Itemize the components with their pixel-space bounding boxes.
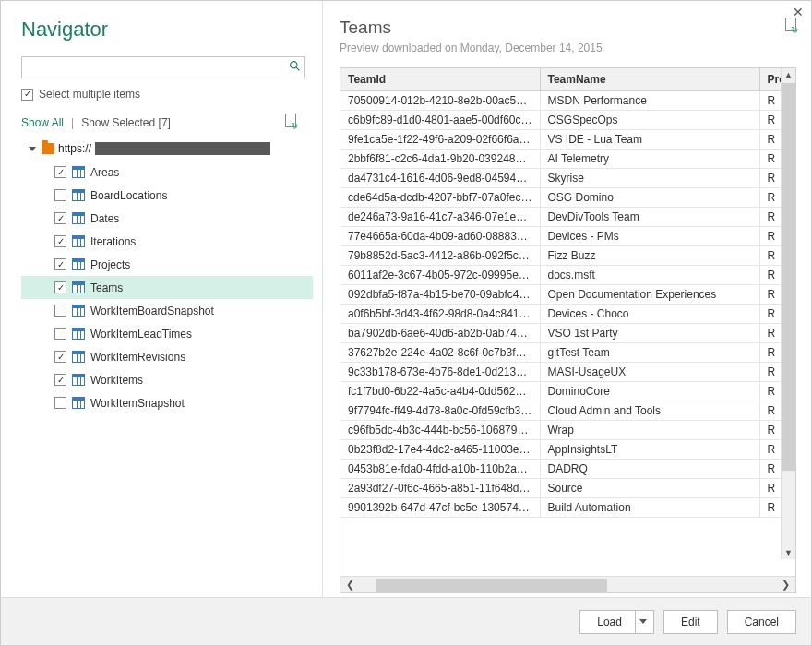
col-teamname[interactable]: TeamName bbox=[540, 68, 759, 91]
tree-item-workitemrevisions[interactable]: ✓WorkItemRevisions bbox=[21, 345, 313, 368]
cell-teamname: gitTest Team bbox=[540, 343, 759, 363]
table-row[interactable]: 0453b81e-fda0-4fdd-a10b-110b2a47bf4bDADR… bbox=[340, 460, 795, 479]
load-button[interactable]: Load bbox=[579, 610, 654, 634]
tree-checkbox[interactable]: ✓ bbox=[54, 258, 66, 270]
table-row[interactable]: 37627b2e-224e-4a02-8c6f-0c7b3fe8e815gitT… bbox=[340, 343, 795, 363]
cell-teamid: 2a93df27-0f6c-4665-a851-11f648dbbdf1 bbox=[340, 479, 540, 498]
table-row[interactable]: 79b8852d-5ac3-4412-a86b-092f5c15b0d6Fizz… bbox=[340, 246, 795, 266]
table-row[interactable]: a0f6b5bf-3d43-4f62-98d8-0a4c841c7fbaDevi… bbox=[340, 305, 795, 324]
tree-item-label: WorkItemRevisions bbox=[90, 351, 185, 364]
select-multiple-checkbox[interactable]: ✓ bbox=[21, 89, 33, 101]
col-teamid[interactable]: TeamId bbox=[340, 68, 540, 91]
tree-item-teams[interactable]: ✓Teams bbox=[21, 276, 313, 299]
tree-item-iterations[interactable]: ✓Iterations bbox=[21, 230, 313, 253]
tree-checkbox[interactable] bbox=[54, 305, 66, 317]
cell-teamid: a0f6b5bf-3d43-4f62-98d8-0a4c841c7fba bbox=[340, 305, 540, 324]
scroll-up-icon[interactable]: ▲ bbox=[784, 70, 793, 79]
cell-teamname: VSO 1st Party bbox=[540, 324, 759, 343]
svg-line-1 bbox=[296, 67, 299, 70]
table-row[interactable]: 6011af2e-3c67-4b05-972c-09995eef3c8bdocs… bbox=[340, 266, 795, 285]
tree-checkbox[interactable]: ✓ bbox=[54, 166, 66, 178]
dialog-content: Navigator ✓ Select multiple items Show A… bbox=[1, 1, 811, 597]
table-icon bbox=[72, 328, 85, 340]
tree-item-projects[interactable]: ✓Projects bbox=[21, 253, 313, 276]
cell-teamid: c6b9fc89-d1d0-4801-aae5-00df60c2879a bbox=[340, 111, 540, 130]
select-multiple-label: Select multiple items bbox=[39, 88, 140, 101]
dialog-title: Navigator bbox=[21, 18, 313, 42]
tree-checkbox[interactable] bbox=[54, 397, 66, 409]
cell-teamname: DADRQ bbox=[540, 460, 759, 479]
cell-teamid: da4731c4-1616-4d06-9ed8-0459478e15ac bbox=[340, 169, 540, 188]
table-icon bbox=[72, 235, 85, 247]
cell-teamname: Source bbox=[540, 479, 759, 498]
table-icon bbox=[72, 374, 85, 386]
scroll-right-icon[interactable]: ❯ bbox=[776, 579, 795, 591]
table-row[interactable]: 9c33b178-673e-4b76-8de1-0d213cba8643MASI… bbox=[340, 363, 795, 382]
scroll-down-icon[interactable]: ▼ bbox=[784, 548, 793, 557]
tree-checkbox[interactable]: ✓ bbox=[54, 281, 66, 293]
tree-root[interactable]: https:// bbox=[29, 142, 313, 155]
cell-teamid: 9f7794fc-ff49-4d78-8a0c-0fd59cfb33c4 bbox=[340, 401, 540, 421]
tree-item-label: Areas bbox=[90, 166, 119, 179]
vertical-scrollbar[interactable]: ▲ ▼ bbox=[781, 68, 795, 559]
tree-checkbox[interactable]: ✓ bbox=[54, 235, 66, 247]
load-dropdown-icon[interactable] bbox=[635, 611, 653, 633]
refresh-preview-icon[interactable] bbox=[783, 18, 796, 35]
table-row[interactable]: 70500914-012b-4210-8e2b-00ac5036e6e1MSDN… bbox=[340, 91, 795, 111]
horizontal-scrollbar[interactable]: ❮ ❯ bbox=[340, 576, 795, 592]
tree-checkbox[interactable] bbox=[54, 328, 66, 340]
table-row[interactable]: 092dbfa5-f87a-4b15-be70-09abfc4573f9Open… bbox=[340, 285, 795, 305]
show-all-link[interactable]: Show All bbox=[21, 116, 64, 129]
table-row[interactable]: da4731c4-1616-4d06-9ed8-0459478e15acSkyr… bbox=[340, 169, 795, 188]
search-box[interactable] bbox=[21, 56, 305, 78]
cell-teamname: Skyrise bbox=[540, 169, 759, 188]
table-row[interactable]: 9fe1ca5e-1f22-49f6-a209-02f66f6ae699VS I… bbox=[340, 130, 795, 150]
table-row[interactable]: ba7902db-6ae6-40d6-ab2b-0ab746e7bbb4VSO … bbox=[340, 324, 795, 343]
cell-teamid: cde64d5a-dcdb-4207-bbf7-07a0fec6c4cf bbox=[340, 188, 540, 208]
search-input[interactable] bbox=[22, 61, 284, 74]
table-row[interactable]: cde64d5a-dcdb-4207-bbf7-07a0fec6c4cfOSG … bbox=[340, 188, 795, 208]
hscroll-thumb[interactable] bbox=[376, 579, 607, 592]
tree-checkbox[interactable]: ✓ bbox=[54, 374, 66, 386]
tree-checkbox[interactable]: ✓ bbox=[54, 351, 66, 363]
table-row[interactable]: 0b23f8d2-17e4-4dc2-a465-11003e9b14b4AppI… bbox=[340, 440, 795, 460]
tree-item-dates[interactable]: ✓Dates bbox=[21, 207, 313, 230]
table-row[interactable]: 77e4665a-60da-4b09-ad60-088833861768Devi… bbox=[340, 227, 795, 246]
display-options-icon[interactable] bbox=[283, 114, 296, 131]
cell-teamid: 0453b81e-fda0-4fdd-a10b-110b2a47bf4b bbox=[340, 460, 540, 479]
select-multiple-row[interactable]: ✓ Select multiple items bbox=[21, 88, 313, 101]
tree-item-boardlocations[interactable]: BoardLocations bbox=[21, 184, 313, 207]
table-row[interactable]: 9f7794fc-ff49-4d78-8a0c-0fd59cfb33c4Clou… bbox=[340, 401, 795, 421]
edit-button[interactable]: Edit bbox=[663, 610, 718, 634]
cell-teamid: 37627b2e-224e-4a02-8c6f-0c7b3fe8e815 bbox=[340, 343, 540, 363]
tree-item-workitemboardsnapshot[interactable]: WorkItemBoardSnapshot bbox=[21, 299, 313, 322]
cell-teamname: Devices - Choco bbox=[540, 305, 759, 324]
tree-item-label: Teams bbox=[90, 281, 123, 294]
grid-body: TeamId TeamName Proj 70500914-012b-4210-… bbox=[340, 68, 795, 576]
table-row[interactable]: fc1f7bd0-6b22-4a5c-a4b4-0dd5620e2f21Domi… bbox=[340, 382, 795, 401]
tree-checkbox[interactable]: ✓ bbox=[54, 212, 66, 224]
table-row[interactable]: 2a93df27-0f6c-4665-a851-11f648dbbdf1Sour… bbox=[340, 479, 795, 498]
tree-item-areas[interactable]: ✓Areas bbox=[21, 161, 313, 184]
tree-item-workitems[interactable]: ✓WorkItems bbox=[21, 368, 313, 391]
table-row[interactable]: 9901392b-647d-47cf-bc5e-130574115689Buil… bbox=[340, 498, 795, 518]
table-row[interactable]: 2bbf6f81-c2c6-4da1-9b20-03924887eaafAI T… bbox=[340, 150, 795, 169]
cell-teamname: Wrap bbox=[540, 421, 759, 440]
tree-item-workitemleadtimes[interactable]: WorkItemLeadTimes bbox=[21, 322, 313, 345]
chevron-down-icon[interactable] bbox=[29, 147, 36, 151]
cell-teamid: 9c33b178-673e-4b76-8de1-0d213cba8643 bbox=[340, 363, 540, 382]
cell-teamname: Fizz Buzz bbox=[540, 246, 759, 266]
vscroll-thumb[interactable] bbox=[782, 83, 795, 471]
tree-item-workitemsnapshot[interactable]: WorkItemSnapshot bbox=[21, 391, 313, 414]
cell-teamname: MSDN Performance bbox=[540, 91, 759, 111]
search-icon[interactable] bbox=[284, 60, 304, 75]
tree-item-label: WorkItems bbox=[90, 374, 143, 387]
show-selected-link[interactable]: Show Selected [7] bbox=[81, 116, 171, 129]
tree-checkbox[interactable] bbox=[54, 189, 66, 201]
scroll-left-icon[interactable]: ❮ bbox=[340, 579, 360, 591]
cancel-button[interactable]: Cancel bbox=[727, 610, 796, 634]
table-row[interactable]: de246a73-9a16-41c7-a346-07e1e5da2ab6DevD… bbox=[340, 208, 795, 227]
cell-teamname: Open Documentation Experiences bbox=[540, 285, 759, 305]
table-row[interactable]: c96fb5dc-4b3c-444b-bc56-10687973ebe6Wrap… bbox=[340, 421, 795, 440]
table-row[interactable]: c6b9fc89-d1d0-4801-aae5-00df60c2879aOSGS… bbox=[340, 111, 795, 130]
